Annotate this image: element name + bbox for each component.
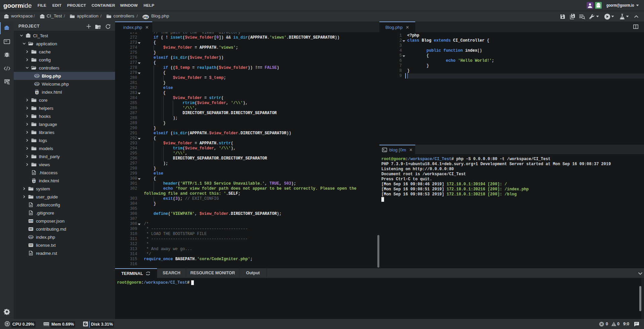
svg-text:php: php xyxy=(143,15,148,18)
svg-text:TXT: TXT xyxy=(29,244,33,246)
svg-text:php: php xyxy=(35,83,39,85)
svg-text:5: 5 xyxy=(33,180,35,183)
svg-text:5: 5 xyxy=(36,91,38,94)
svg-text:php: php xyxy=(29,236,33,238)
svg-text:php: php xyxy=(35,75,39,77)
svg-text:MD: MD xyxy=(29,228,33,230)
svg-text:JSON: JSON xyxy=(29,220,33,222)
